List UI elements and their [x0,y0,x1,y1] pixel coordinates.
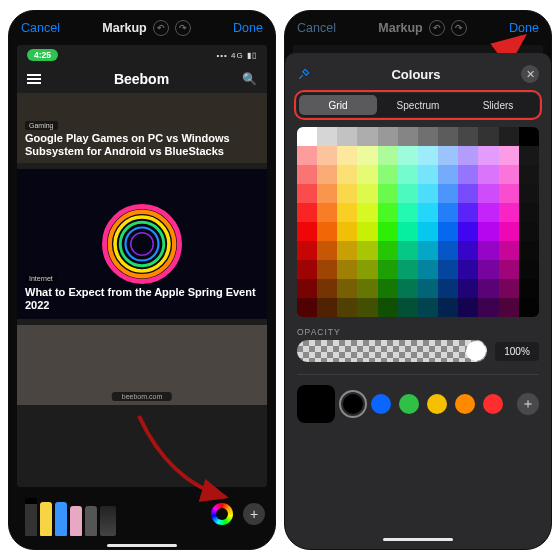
colour-cell[interactable] [378,146,398,165]
colour-cell[interactable] [297,298,317,317]
pen-tool[interactable] [25,498,37,536]
colour-cell[interactable] [458,222,478,241]
cancel-button[interactable]: Cancel [297,21,336,35]
marker-tool[interactable] [40,502,52,536]
colour-cell[interactable] [337,146,357,165]
colour-cell[interactable] [337,241,357,260]
colour-cell[interactable] [317,127,337,146]
colour-cell[interactable] [519,298,539,317]
colour-cell[interactable] [398,222,418,241]
done-button[interactable]: Done [233,21,263,35]
colour-cell[interactable] [418,298,438,317]
ruler-tool[interactable] [100,506,116,536]
colour-cell[interactable] [297,165,317,184]
opacity-slider[interactable] [297,340,487,362]
tab-sliders[interactable]: Sliders [459,95,537,115]
done-button[interactable]: Done [509,21,539,35]
colour-cell[interactable] [398,146,418,165]
colour-cell[interactable] [398,260,418,279]
colour-cell[interactable] [398,241,418,260]
colour-cell[interactable] [418,146,438,165]
colour-cell[interactable] [478,165,498,184]
colour-cell[interactable] [478,298,498,317]
colour-cell[interactable] [519,184,539,203]
colour-cell[interactable] [418,241,438,260]
colour-cell[interactable] [418,279,438,298]
colour-cell[interactable] [519,165,539,184]
colour-cell[interactable] [438,127,458,146]
close-icon[interactable]: ✕ [521,65,539,83]
colour-cell[interactable] [378,241,398,260]
colour-swatch[interactable] [455,394,475,414]
colour-cell[interactable] [317,184,337,203]
colour-cell[interactable] [357,298,377,317]
colour-cell[interactable] [378,203,398,222]
colour-swatch[interactable] [483,394,503,414]
redo-icon[interactable]: ↷ [175,20,191,36]
colour-cell[interactable] [499,279,519,298]
colour-cell[interactable] [297,241,317,260]
colour-cell[interactable] [357,279,377,298]
colour-cell[interactable] [357,260,377,279]
colour-cell[interactable] [357,184,377,203]
add-button[interactable]: + [243,503,265,525]
colour-cell[interactable] [438,222,458,241]
colour-cell[interactable] [458,260,478,279]
colour-cell[interactable] [499,146,519,165]
colour-cell[interactable] [478,241,498,260]
colour-cell[interactable] [357,241,377,260]
colour-cell[interactable] [418,184,438,203]
colour-cell[interactable] [317,146,337,165]
colour-cell[interactable] [297,184,317,203]
colour-mode-tabs[interactable]: Grid Spectrum Sliders [297,93,539,117]
colour-cell[interactable] [478,222,498,241]
colour-grid[interactable] [297,127,539,317]
colour-cell[interactable] [519,241,539,260]
colour-cell[interactable] [297,222,317,241]
colour-cell[interactable] [478,203,498,222]
colour-cell[interactable] [438,298,458,317]
colour-cell[interactable] [317,260,337,279]
colour-cell[interactable] [478,279,498,298]
colour-cell[interactable] [398,184,418,203]
colour-cell[interactable] [317,165,337,184]
colour-cell[interactable] [398,298,418,317]
opacity-value[interactable]: 100% [495,342,539,361]
colour-cell[interactable] [317,298,337,317]
colour-cell[interactable] [478,260,498,279]
colour-cell[interactable] [519,203,539,222]
eraser-tool[interactable] [70,506,82,536]
tab-grid[interactable]: Grid [299,95,377,115]
colour-cell[interactable] [499,298,519,317]
colour-cell[interactable] [438,260,458,279]
colour-cell[interactable] [337,279,357,298]
colour-cell[interactable] [398,279,418,298]
colour-cell[interactable] [499,260,519,279]
colour-cell[interactable] [499,165,519,184]
lasso-tool[interactable] [85,506,97,536]
colour-cell[interactable] [519,260,539,279]
colour-swatch[interactable] [343,394,363,414]
colour-cell[interactable] [378,184,398,203]
colour-cell[interactable] [317,222,337,241]
colour-cell[interactable] [458,127,478,146]
colour-cell[interactable] [458,165,478,184]
colour-cell[interactable] [337,127,357,146]
colour-cell[interactable] [297,279,317,298]
colour-cell[interactable] [337,260,357,279]
colour-cell[interactable] [297,127,317,146]
colour-cell[interactable] [317,279,337,298]
colour-cell[interactable] [438,146,458,165]
colour-cell[interactable] [357,146,377,165]
colour-cell[interactable] [418,260,438,279]
colour-cell[interactable] [418,203,438,222]
colour-cell[interactable] [337,165,357,184]
colour-cell[interactable] [357,222,377,241]
colour-cell[interactable] [357,165,377,184]
colour-cell[interactable] [378,165,398,184]
colour-cell[interactable] [438,184,458,203]
colour-cell[interactable] [499,184,519,203]
colour-cell[interactable] [398,165,418,184]
colour-picker-button[interactable] [211,503,233,525]
colour-cell[interactable] [357,127,377,146]
